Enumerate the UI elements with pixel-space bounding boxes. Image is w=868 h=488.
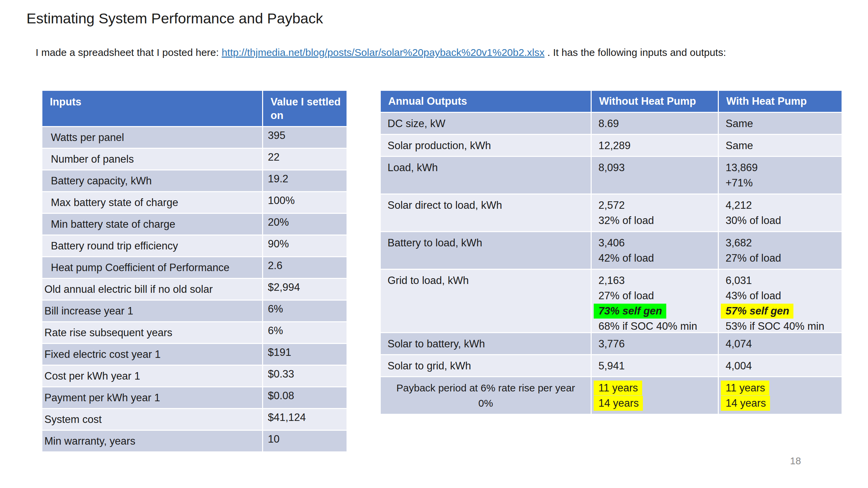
input-row-label: Min battery state of charge [42,214,262,235]
output-cell-with-heat-pump: 4,074 [719,333,842,354]
input-row-value: 20% [263,214,347,235]
inputs-header-value: Value I settled on [263,91,347,126]
value-line: 32% of load [598,213,716,228]
table-row: Min warranty, years10 [42,431,347,451]
output-row-label: Payback period at 6% rate rise per year0… [381,377,591,414]
input-row-label: Fixed electric cost year 1 [42,344,262,365]
outputs-header-with-heat-pump: With Heat Pump [719,91,842,112]
value-line: 5,941 [598,358,716,373]
output-cell-with-heat-pump: Same [719,113,842,134]
value-line: 2,163 [598,273,716,288]
value-line: 53% if SOC 40% min [726,319,840,332]
value-line: 68% if SOC 40% min [598,319,716,332]
value-line: 27% of load [726,250,840,266]
value-line: 14 years [598,395,716,411]
label-line: Solar to battery, kWh [388,336,588,351]
input-row-label: Old annual electric bill if no old solar [42,279,262,300]
value-line: 3,682 [726,235,840,250]
payback-highlight: 14 years [721,396,770,411]
value-line: 30% of load [726,213,840,228]
inputs-header-label: Inputs [42,91,262,126]
input-row-label: System cost [42,409,262,430]
outputs-header-label: Annual Outputs [381,91,591,112]
input-row-value: 395 [263,127,347,148]
output-cell-with-heat-pump: Same [719,135,842,156]
table-row: Solar direct to load, kWh2,57232% of loa… [381,195,842,231]
label-line: Solar to grid, kWh [388,358,588,373]
output-row-label: Grid to load, kWh [381,270,591,332]
table-row: Fixed electric cost year 1$191 [42,344,347,365]
input-row-label: Max battery state of charge [42,192,262,213]
input-row-label: Heat pump Coefficient of Performance [42,257,262,278]
table-row: DC size, kW8.69Same [381,113,842,134]
input-row-label: Payment per kWh year 1 [42,387,262,408]
output-cell-with-heat-pump: 6,03143% of load57% self gen53% if SOC 4… [719,270,842,332]
value-line: 57% self gen [726,303,840,319]
output-row-label: Solar direct to load, kWh [381,195,591,231]
table-row: Payback period at 6% rate rise per year0… [381,377,842,414]
input-row-value: 19.2 [263,170,347,191]
payback-highlight: 14 years [594,396,643,411]
output-cell-without-heat-pump: 12,289 [592,135,718,156]
output-cell-with-heat-pump: 13,869+71% [719,157,842,194]
label-line: Grid to load, kWh [388,273,588,288]
table-row: Max battery state of charge100% [42,192,347,213]
table-row: Solar production, kWh12,289Same [381,135,842,156]
value-line: Same [726,116,840,131]
input-row-value: 100% [263,192,347,213]
input-row-value: $191 [263,344,347,365]
intro-text: I made a spreadsheet that I posted here:… [36,47,726,58]
input-row-label: Rate rise subsequent years [42,322,262,343]
input-row-value: $41,124 [263,409,347,430]
input-row-value: 10 [263,431,347,451]
value-line: 73% self gen [598,303,716,319]
outputs-header-without-heat-pump: Without Heat Pump [592,91,718,112]
input-row-value: 22 [263,149,347,169]
output-cell-without-heat-pump: 2,57232% of load [592,195,718,231]
table-row: Bill increase year 16% [42,301,347,321]
output-cell-without-heat-pump: 3,776 [592,333,718,354]
table-row: Solar to grid, kWh5,9414,004 [381,355,842,376]
table-row: Payment per kWh year 1$0.08 [42,387,347,408]
slide: Estimating System Performance and Paybac… [0,0,868,488]
output-row-label: Solar to battery, kWh [381,333,591,354]
output-row-label: Solar to grid, kWh [381,355,591,376]
table-row: Grid to load, kWh2,16327% of load73% sel… [381,270,842,332]
value-line: 4,212 [726,198,840,213]
value-line: 42% of load [598,250,716,266]
self-gen-highlight: 73% self gen [594,304,666,319]
output-cell-without-heat-pump: 2,16327% of load73% self gen68% if SOC 4… [592,270,718,332]
value-line: 3,406 [598,235,716,250]
table-row: Rate rise subsequent years6% [42,322,347,343]
value-line: 27% of load [598,288,716,303]
outputs-table: Annual Outputs Without Heat Pump With He… [381,91,842,414]
intro-suffix: . It has the following inputs and output… [545,47,726,58]
output-row-label: DC size, kW [381,113,591,134]
input-row-label: Battery round trip efficiency [42,236,262,256]
output-cell-without-heat-pump: 8,093 [592,157,718,194]
output-cell-with-heat-pump: 4,004 [719,355,842,376]
value-line: 4,074 [726,336,840,351]
label-line: Battery to load, kWh [388,235,588,250]
input-row-value: 90% [263,236,347,256]
value-line: 43% of load [726,288,840,303]
input-row-value: 6% [263,322,347,343]
value-line: 3,776 [598,336,716,351]
table-row: Heat pump Coefficient of Performance2.6 [42,257,347,278]
payback-highlight: 11 years [721,381,769,395]
spreadsheet-link[interactable]: http://thjmedia.net/blog/posts/Solar/sol… [222,47,545,58]
value-line: 14 years [726,395,840,411]
output-row-label: Solar production, kWh [381,135,591,156]
table-row: Old annual electric bill if no old solar… [42,279,347,300]
self-gen-highlight: 57% self gen [721,304,793,319]
value-line: 8,093 [598,160,716,175]
input-row-value: 2.6 [263,257,347,278]
output-cell-with-heat-pump: 11 years14 years [719,377,842,414]
table-row: Cost per kWh year 1$0.33 [42,366,347,386]
inputs-header-row: Inputs Value I settled on [42,91,347,126]
input-row-value: $0.08 [263,387,347,408]
table-row: Battery to load, kWh3,40642% of load3,68… [381,232,842,269]
input-row-label: Number of panels [42,149,262,169]
label-line: Solar direct to load, kWh [388,198,588,213]
output-cell-without-heat-pump: 11 years14 years [592,377,718,414]
